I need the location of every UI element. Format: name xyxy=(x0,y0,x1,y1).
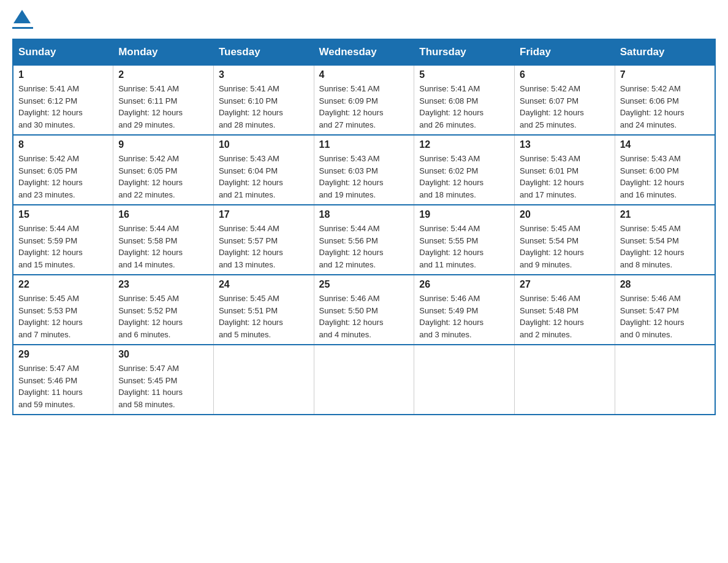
day-info: Sunrise: 5:42 AMSunset: 6:07 PMDaylight:… xyxy=(520,83,610,131)
day-number: 7 xyxy=(620,69,710,80)
day-number: 14 xyxy=(620,139,710,150)
calendar-day-cell: 25Sunrise: 5:46 AMSunset: 5:50 PMDayligh… xyxy=(314,275,414,345)
calendar-day-cell xyxy=(515,345,615,415)
day-info: Sunrise: 5:46 AMSunset: 5:49 PMDaylight:… xyxy=(419,293,509,340)
day-number: 20 xyxy=(520,209,610,220)
day-info: Sunrise: 5:47 AMSunset: 5:45 PMDaylight:… xyxy=(118,362,208,410)
day-number: 1 xyxy=(18,69,108,80)
calendar-day-cell: 10Sunrise: 5:43 AMSunset: 6:04 PMDayligh… xyxy=(213,135,314,205)
calendar-day-cell: 8Sunrise: 5:42 AMSunset: 6:05 PMDaylight… xyxy=(13,135,113,205)
calendar-day-cell: 11Sunrise: 5:43 AMSunset: 6:03 PMDayligh… xyxy=(314,135,414,205)
calendar-day-cell: 20Sunrise: 5:45 AMSunset: 5:54 PMDayligh… xyxy=(515,205,615,275)
day-number: 22 xyxy=(18,279,108,290)
calendar-day-cell: 3Sunrise: 5:41 AMSunset: 6:10 PMDaylight… xyxy=(213,65,314,135)
calendar-day-cell xyxy=(414,345,515,415)
calendar-day-cell: 24Sunrise: 5:45 AMSunset: 5:51 PMDayligh… xyxy=(213,275,314,345)
day-info: Sunrise: 5:41 AMSunset: 6:08 PMDaylight:… xyxy=(419,83,509,131)
calendar-day-cell: 5Sunrise: 5:41 AMSunset: 6:08 PMDaylight… xyxy=(414,65,515,135)
day-of-week-header: Friday xyxy=(515,39,615,65)
calendar-day-cell: 9Sunrise: 5:42 AMSunset: 6:05 PMDaylight… xyxy=(113,135,214,205)
calendar-header-row: SundayMondayTuesdayWednesdayThursdayFrid… xyxy=(13,39,715,65)
day-number: 25 xyxy=(319,279,409,290)
day-info: Sunrise: 5:43 AMSunset: 6:02 PMDaylight:… xyxy=(419,153,509,201)
page-header xyxy=(12,12,716,29)
day-info: Sunrise: 5:46 AMSunset: 5:50 PMDaylight:… xyxy=(319,293,409,340)
calendar-day-cell xyxy=(314,345,414,415)
calendar-day-cell: 4Sunrise: 5:41 AMSunset: 6:09 PMDaylight… xyxy=(314,65,414,135)
day-info: Sunrise: 5:45 AMSunset: 5:53 PMDaylight:… xyxy=(18,293,108,340)
day-number: 16 xyxy=(118,209,208,220)
calendar-day-cell: 23Sunrise: 5:45 AMSunset: 5:52 PMDayligh… xyxy=(113,275,214,345)
day-info: Sunrise: 5:41 AMSunset: 6:09 PMDaylight:… xyxy=(319,83,409,131)
day-info: Sunrise: 5:47 AMSunset: 5:46 PMDaylight:… xyxy=(18,362,108,410)
calendar-day-cell: 26Sunrise: 5:46 AMSunset: 5:49 PMDayligh… xyxy=(414,275,515,345)
day-info: Sunrise: 5:43 AMSunset: 6:00 PMDaylight:… xyxy=(620,153,710,201)
calendar-day-cell: 27Sunrise: 5:46 AMSunset: 5:48 PMDayligh… xyxy=(515,275,615,345)
day-of-week-header: Monday xyxy=(113,39,214,65)
day-number: 5 xyxy=(419,69,509,80)
calendar-day-cell xyxy=(213,345,314,415)
day-info: Sunrise: 5:46 AMSunset: 5:47 PMDaylight:… xyxy=(620,293,710,340)
day-number: 29 xyxy=(18,349,108,360)
day-number: 17 xyxy=(219,209,309,220)
day-info: Sunrise: 5:45 AMSunset: 5:52 PMDaylight:… xyxy=(118,293,208,340)
calendar-day-cell: 18Sunrise: 5:44 AMSunset: 5:56 PMDayligh… xyxy=(314,205,414,275)
calendar-day-cell: 21Sunrise: 5:45 AMSunset: 5:54 PMDayligh… xyxy=(615,205,715,275)
calendar-day-cell: 29Sunrise: 5:47 AMSunset: 5:46 PMDayligh… xyxy=(13,345,113,415)
day-of-week-header: Tuesday xyxy=(213,39,314,65)
day-info: Sunrise: 5:41 AMSunset: 6:10 PMDaylight:… xyxy=(219,83,309,131)
day-info: Sunrise: 5:45 AMSunset: 5:54 PMDaylight:… xyxy=(520,223,610,270)
calendar-day-cell: 2Sunrise: 5:41 AMSunset: 6:11 PMDaylight… xyxy=(113,65,214,135)
logo-flag-icon xyxy=(13,10,31,23)
day-info: Sunrise: 5:42 AMSunset: 6:06 PMDaylight:… xyxy=(620,83,710,131)
day-number: 10 xyxy=(219,139,309,150)
day-number: 24 xyxy=(219,279,309,290)
day-of-week-header: Wednesday xyxy=(314,39,414,65)
day-number: 4 xyxy=(319,69,409,80)
calendar-week-row: 1Sunrise: 5:41 AMSunset: 6:12 PMDaylight… xyxy=(13,65,715,135)
day-number: 21 xyxy=(620,209,710,220)
day-number: 2 xyxy=(118,69,208,80)
day-number: 6 xyxy=(520,69,610,80)
calendar-week-row: 8Sunrise: 5:42 AMSunset: 6:05 PMDaylight… xyxy=(13,135,715,205)
day-info: Sunrise: 5:45 AMSunset: 5:51 PMDaylight:… xyxy=(219,293,309,340)
day-info: Sunrise: 5:46 AMSunset: 5:48 PMDaylight:… xyxy=(520,293,610,340)
calendar-week-row: 29Sunrise: 5:47 AMSunset: 5:46 PMDayligh… xyxy=(13,345,715,415)
day-of-week-header: Saturday xyxy=(615,39,715,65)
day-info: Sunrise: 5:44 AMSunset: 5:56 PMDaylight:… xyxy=(319,223,409,270)
day-number: 30 xyxy=(118,349,208,360)
calendar-day-cell: 12Sunrise: 5:43 AMSunset: 6:02 PMDayligh… xyxy=(414,135,515,205)
calendar-day-cell: 15Sunrise: 5:44 AMSunset: 5:59 PMDayligh… xyxy=(13,205,113,275)
day-info: Sunrise: 5:42 AMSunset: 6:05 PMDaylight:… xyxy=(18,153,108,201)
calendar-day-cell: 19Sunrise: 5:44 AMSunset: 5:55 PMDayligh… xyxy=(414,205,515,275)
day-info: Sunrise: 5:43 AMSunset: 6:04 PMDaylight:… xyxy=(219,153,309,201)
calendar-day-cell: 1Sunrise: 5:41 AMSunset: 6:12 PMDaylight… xyxy=(13,65,113,135)
day-info: Sunrise: 5:44 AMSunset: 5:55 PMDaylight:… xyxy=(419,223,509,270)
day-info: Sunrise: 5:44 AMSunset: 5:59 PMDaylight:… xyxy=(18,223,108,270)
calendar-table: SundayMondayTuesdayWednesdayThursdayFrid… xyxy=(12,39,716,415)
calendar-day-cell: 28Sunrise: 5:46 AMSunset: 5:47 PMDayligh… xyxy=(615,275,715,345)
day-number: 8 xyxy=(18,139,108,150)
day-of-week-header: Sunday xyxy=(13,39,113,65)
calendar-day-cell: 6Sunrise: 5:42 AMSunset: 6:07 PMDaylight… xyxy=(515,65,615,135)
calendar-day-cell: 16Sunrise: 5:44 AMSunset: 5:58 PMDayligh… xyxy=(113,205,214,275)
calendar-week-row: 15Sunrise: 5:44 AMSunset: 5:59 PMDayligh… xyxy=(13,205,715,275)
day-number: 23 xyxy=(118,279,208,290)
calendar-day-cell: 22Sunrise: 5:45 AMSunset: 5:53 PMDayligh… xyxy=(13,275,113,345)
day-number: 12 xyxy=(419,139,509,150)
day-number: 11 xyxy=(319,139,409,150)
day-number: 3 xyxy=(219,69,309,80)
day-number: 19 xyxy=(419,209,509,220)
day-number: 15 xyxy=(18,209,108,220)
calendar-week-row: 22Sunrise: 5:45 AMSunset: 5:53 PMDayligh… xyxy=(13,275,715,345)
day-info: Sunrise: 5:45 AMSunset: 5:54 PMDaylight:… xyxy=(620,223,710,270)
day-of-week-header: Thursday xyxy=(414,39,515,65)
day-number: 9 xyxy=(118,139,208,150)
calendar-day-cell: 17Sunrise: 5:44 AMSunset: 5:57 PMDayligh… xyxy=(213,205,314,275)
day-number: 26 xyxy=(419,279,509,290)
day-info: Sunrise: 5:44 AMSunset: 5:57 PMDaylight:… xyxy=(219,223,309,270)
calendar-day-cell: 13Sunrise: 5:43 AMSunset: 6:01 PMDayligh… xyxy=(515,135,615,205)
logo-text xyxy=(12,12,33,26)
day-info: Sunrise: 5:43 AMSunset: 6:03 PMDaylight:… xyxy=(319,153,409,201)
logo xyxy=(12,12,33,29)
